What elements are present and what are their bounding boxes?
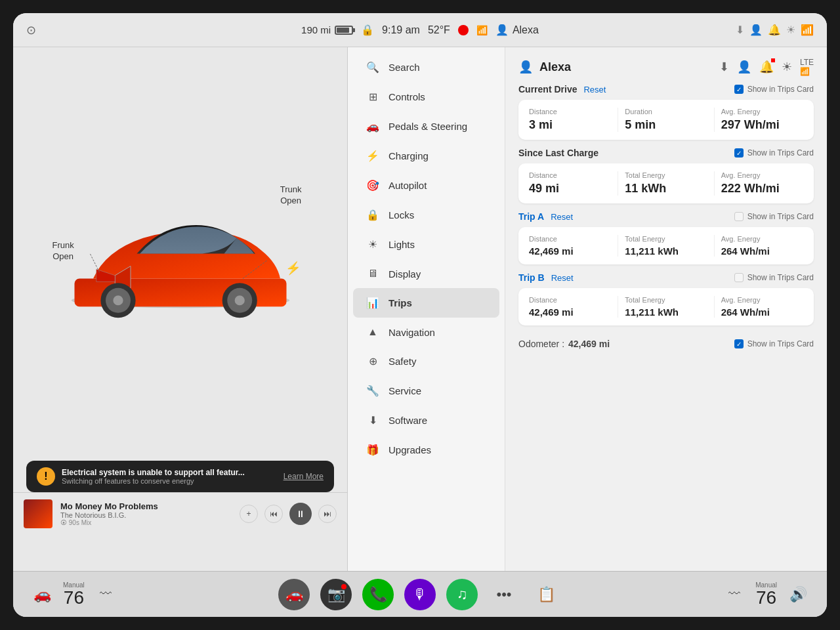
bell-icon-trips[interactable]: 🔔 [759,60,774,74]
phone-btn[interactable]: 📞 [362,579,394,610]
download-icon-trips[interactable]: ⬇ [719,60,729,74]
since-show-trips-text: Show in Trips Card [747,148,814,158]
menu-item-lights[interactable]: ☀ Lights [353,230,499,259]
trip-b-energy-label: Total Energy [625,296,707,304]
current-distance: Distance 3 mi [529,108,611,132]
since-distance-label: Distance [529,171,611,179]
car-panel: ⚡ Trunk Open Frunk Open [13,47,348,571]
odometer-check[interactable]: ✓ [734,339,744,348]
lte-icon: LTE📶 [800,58,814,76]
trips-icon: 📊 [366,297,379,309]
frunk-label: Frunk Open [52,240,74,262]
menu-item-controls[interactable]: ⊞ Controls [353,82,499,112]
pause-button[interactable]: ⏸ [289,503,312,525]
safety-icon: ⊕ [366,355,379,368]
time-display: 9:19 am [382,24,420,36]
menu-item-pedals[interactable]: 🚗 Pedals & Steering [353,112,499,141]
svg-text:⚡: ⚡ [285,261,301,276]
menu-item-autopilot[interactable]: 🎯 Autopilot [353,171,499,200]
volume-btn[interactable]: 🔊 [782,579,814,610]
car-icon-btn[interactable]: 🚗 [26,579,58,610]
left-temp-control: Manual 76 [63,581,85,607]
volume-icon: 🔊 [789,586,807,603]
drive-mode-btn[interactable]: 🚗 [278,579,310,610]
since-total-energy: Total Energy 11 kWh [625,171,707,196]
menu-item-service[interactable]: 🔧 Service [353,376,499,406]
source-dot: ⦿ [60,519,67,526]
phone-icon: 📞 [369,586,387,603]
source-label: 90s Mix [69,519,91,526]
charging-icon: ⚡ [366,150,379,162]
current-drive-title: Current Drive [518,84,577,94]
right-temp-value: 76 [756,589,776,607]
menu-item-locks[interactable]: 🔒 Locks [353,200,499,230]
right-heat-btn[interactable]: 〰 [719,579,750,610]
navigation-label: Navigation [388,327,435,338]
trip-a-avg-energy: Avg. Energy 264 Wh/mi [721,235,803,257]
learn-more-button[interactable]: Learn More [284,472,324,481]
software-label: Software [388,415,427,426]
trip-a-energy-label: Total Energy [625,235,707,243]
since-last-charge-show-trips: ✓ Show in Trips Card [734,148,814,158]
add-button[interactable]: + [240,505,258,523]
drive-icon: 🚗 [285,586,303,603]
controls-icon: ⊞ [366,91,379,103]
odometer-show-trips: ✓ Show in Trips Card [734,339,814,348]
lights-icon: ☀ [366,238,379,251]
trip-a-reset[interactable]: Reset [551,212,573,222]
service-label: Service [388,385,421,396]
prev-button[interactable]: ⏮ [264,505,283,523]
search-label: Search [388,62,420,73]
next-button[interactable]: ⏭ [318,505,337,523]
album-art [24,499,52,528]
bell-icon: 🔔 [768,24,781,36]
trip-b-show-trips: Show in Trips Card [734,273,814,282]
svg-line-10 [90,254,99,273]
trip-b-header: Trip B Reset Show in Trips Card [518,272,814,283]
svg-point-4 [113,295,123,305]
spotify-btn[interactable]: ♫ [446,579,478,610]
menu-item-charging[interactable]: ⚡ Charging [353,141,499,171]
taskbar-right: 〰 Manual 76 🔊 [719,579,814,610]
brightness-icon-trips[interactable]: ☀ [782,60,792,74]
taskbar: 🚗 Manual 76 〰 🚗 📷 📞 🎙 [13,571,827,617]
track-artist: The Notorious B.I.G. [60,511,232,519]
track-info: Mo Money Mo Problems The Notorious B.I.G… [60,501,232,526]
alexa-status: 👤 Alexa [495,24,539,36]
trip-a-distance: Distance 42,469 mi [529,235,611,257]
menu-item-search[interactable]: 🔍 Search [353,52,499,82]
person-icon: 👤 [495,24,509,36]
menu-item-navigation[interactable]: ▲ Navigation [353,318,499,346]
current-distance-value: 3 mi [529,118,611,132]
camera-btn[interactable]: 📷 [320,579,352,610]
software-icon: ⬇ [366,414,379,427]
trip-a-stats: Distance 42,469 mi Total Energy 11,211 k… [529,235,803,257]
lock-icon: 🔒 [361,24,374,36]
trip-b-total-energy: Total Energy 11,211 kWh [625,296,707,318]
menu-item-safety[interactable]: ⊕ Safety [353,346,499,376]
card-btn[interactable]: 📋 [530,579,562,610]
battery-icon [335,26,353,35]
trip-b-reset[interactable]: Reset [551,273,574,283]
menu-item-display[interactable]: 🖥 Display [353,259,499,288]
since-check[interactable]: ✓ [734,148,744,158]
trip-b-check[interactable] [734,273,744,282]
person-icon-trips2[interactable]: 👤 [737,60,751,74]
menu-item-trips[interactable]: 📊 Trips [353,288,499,318]
show-trips-check[interactable]: ✓ [734,85,744,94]
menu-item-software[interactable]: ⬇ Software [353,406,499,435]
brightness-icon: ☀ [786,24,795,36]
more-btn[interactable]: ••• [488,579,520,610]
trip-a-show-trips: Show in Trips Card [734,212,814,221]
since-distance: Distance 49 mi [529,171,611,196]
current-energy-label: Avg. Energy [721,108,803,116]
menu-item-upgrades[interactable]: 🎁 Upgrades [353,435,499,465]
left-heat-btn[interactable]: 〰 [90,579,121,610]
voice-btn[interactable]: 🎙 [404,579,436,610]
heat-icon-left: 〰 [100,587,112,601]
trip-a-check[interactable] [734,212,744,221]
trip-a-avg-value: 264 Wh/mi [721,245,803,257]
current-drive-reset[interactable]: Reset [583,85,606,94]
current-duration-value: 5 min [625,118,707,132]
trip-a-header: Trip A Reset Show in Trips Card [518,211,814,222]
